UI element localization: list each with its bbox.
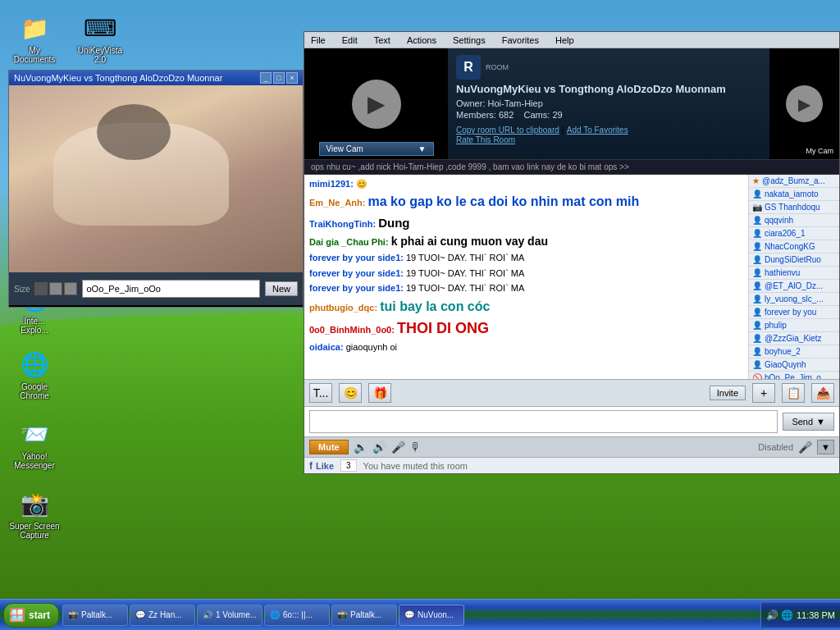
- unikeyvista-icon: ⌨: [84, 11, 116, 44]
- new-button[interactable]: New: [265, 281, 298, 296]
- start-button[interactable]: 🪟 start: [3, 603, 59, 628]
- chat-menubar: File Edit Text Actions Settings Favorite…: [304, 32, 839, 48]
- msg-text: Dung: [378, 216, 409, 230]
- list-item[interactable]: 👤 forever by you: [749, 306, 839, 319]
- menu-file[interactable]: File: [308, 35, 329, 45]
- volume-up-icon[interactable]: 🔊: [372, 441, 386, 454]
- user-icon: 👤: [752, 242, 762, 251]
- taskbar-item-web[interactable]: 🌐 6o::: ||...: [264, 605, 330, 626]
- menu-actions[interactable]: Actions: [404, 35, 440, 45]
- desktop-icon-unikeyvista[interactable]: ⌨ UniKeyVista2.0: [74, 8, 126, 67]
- list-item[interactable]: 👤 DungSiDietRuo: [749, 253, 839, 267]
- desktop-icon-yahoo[interactable]: 📨 Yahoo! Messenger: [8, 414, 61, 473]
- close-button[interactable]: ×: [286, 72, 298, 84]
- username: NhacCongKG: [765, 242, 815, 251]
- audio-bar: Mute 🔈 🔊 🎤 🎙 Disabled 🎤 ▼: [304, 436, 839, 457]
- view-cam-button[interactable]: View Cam ▼: [319, 142, 434, 156]
- desktop-icon-superscreen[interactable]: 📸 Super Screen Capture: [8, 484, 61, 543]
- view-cam-arrow: ▼: [418, 144, 427, 153]
- list-item[interactable]: 👤 nakata_iamoto: [749, 188, 839, 201]
- size-small-btn[interactable]: [34, 282, 48, 295]
- list-item[interactable]: 🚫 bOo_Pe_Jim_o: [749, 372, 839, 379]
- audio-mic2-icon[interactable]: 🎤: [798, 441, 812, 454]
- room-owner: Owner: Hoi-Tam-Hiep: [456, 98, 761, 108]
- taskbar-item-volume[interactable]: 🔊 1 Volume...: [197, 605, 262, 626]
- msg-user: oidaica:: [309, 342, 344, 352]
- mute-button[interactable]: Mute: [309, 440, 349, 454]
- minimize-button[interactable]: _: [260, 72, 272, 84]
- table-row: forever by your side1: 19 TUOI~ DAY. THI…: [309, 282, 743, 294]
- cam-play-button[interactable]: ▶: [352, 80, 401, 129]
- list-item[interactable]: 👤 ciara206_1: [749, 227, 839, 240]
- list-item[interactable]: 👤 @ZzzGia_Kietz: [749, 332, 839, 345]
- user-active-icon: ★: [752, 176, 760, 185]
- chat-messages[interactable]: mimi1291: 😊 Em_Ne_Anh: ma ko gap ko le c…: [304, 175, 749, 379]
- table-row: forever by your side1: 19 TUOI~ DAY. THI…: [309, 252, 743, 264]
- taskbar-item-paltalk2[interactable]: 📸 Paltalk...: [331, 605, 397, 626]
- audio-arrow-button[interactable]: ▼: [817, 440, 834, 454]
- size-label: Size: [14, 285, 30, 294]
- table-row: mimi1291: 😊: [309, 178, 743, 190]
- unikeyvista-label: UniKeyVista2.0: [74, 46, 126, 64]
- desktop-icon-chrome[interactable]: 🌐 Google Chrome: [8, 345, 61, 404]
- send-button[interactable]: Send ▼: [783, 413, 834, 431]
- emoji-button[interactable]: 😊: [339, 383, 362, 403]
- user-icon: 👤: [752, 308, 762, 317]
- gift-button[interactable]: 🎁: [368, 383, 391, 403]
- nick-input[interactable]: [82, 280, 260, 298]
- add-favorites-link[interactable]: Add To Favorites: [567, 126, 628, 135]
- room-links: Copy room URL to clipboard | Add To Favo…: [456, 125, 761, 144]
- msg-user: 0o0_BinhMinh_0o0:: [309, 325, 395, 335]
- list-item[interactable]: 👤 @ET_AlO_Dz...: [749, 280, 839, 293]
- desktop-icon-my-documents[interactable]: 📁 My Documents: [8, 8, 61, 67]
- msg-user: phutbugio_dqc:: [309, 303, 377, 313]
- chrome-icon: 🌐: [18, 348, 51, 381]
- emoji-icon: 😊: [344, 386, 358, 399]
- invite-button[interactable]: Invite: [710, 386, 746, 400]
- toolbar-extra-1[interactable]: +: [752, 383, 775, 403]
- chat-input[interactable]: [309, 410, 778, 433]
- maximize-button[interactable]: □: [273, 72, 285, 84]
- list-item[interactable]: 👤 phulip: [749, 319, 839, 332]
- facebook-like[interactable]: f Like: [309, 460, 334, 472]
- msg-user: Em_Ne_Anh:: [309, 198, 365, 208]
- mic-icon[interactable]: 🎤: [391, 441, 405, 454]
- size-large-btn[interactable]: [64, 282, 77, 295]
- small-window-bottom: Size New: [9, 272, 303, 305]
- volume-icon[interactable]: 🔈: [354, 441, 368, 454]
- taskbar-item-zzhan[interactable]: 💬 Zz Han...: [130, 605, 195, 626]
- list-item[interactable]: 👤 GiaoQuynh: [749, 358, 839, 372]
- list-item[interactable]: 👤 boyhue_2: [749, 345, 839, 358]
- menu-text[interactable]: Text: [371, 35, 394, 45]
- text-format-button[interactable]: T...: [309, 383, 332, 403]
- list-item[interactable]: 👤 NhacCongKG: [749, 240, 839, 253]
- username: @ET_AlO_Dz...: [765, 281, 823, 290]
- list-item[interactable]: 👤 qqqvinh: [749, 214, 839, 227]
- menu-help[interactable]: Help: [552, 35, 578, 45]
- msg-text: k phai ai cung muon vay dau: [391, 235, 548, 248]
- menu-settings[interactable]: Settings: [450, 35, 489, 45]
- toolbar-extra-3[interactable]: 📤: [811, 383, 834, 403]
- taskbar-item-nuvuong[interactable]: 💬 NuVuon...: [399, 605, 464, 626]
- table-row: Em_Ne_Anh: ma ko gap ko le ca doi ko nhi…: [309, 193, 743, 211]
- right-cam-play[interactable]: ▶: [786, 85, 823, 122]
- mic-off-icon[interactable]: 🎙: [410, 441, 422, 454]
- rate-room-link[interactable]: Rate This Room: [456, 135, 515, 144]
- menu-favorites[interactable]: Favorites: [499, 35, 542, 45]
- taskbar-item-paltalk1[interactable]: 📸 Paltalk...: [62, 605, 128, 626]
- copy-url-link[interactable]: Copy room URL to clipboard: [456, 126, 559, 135]
- list-item[interactable]: 👤 hathienvu: [749, 267, 839, 280]
- gift-icon: 🎁: [373, 386, 387, 399]
- msg-user: mimi1291:: [309, 179, 354, 189]
- list-item[interactable]: 👤 ly_vuong_slc_...: [749, 293, 839, 306]
- table-row: 0o0_BinhMinh_0o0: THOI DI ONG: [309, 318, 743, 339]
- msg-user: forever by your side1:: [309, 253, 404, 262]
- view-cam-label: View Cam: [326, 144, 363, 153]
- toolbar-extra-2[interactable]: 📋: [782, 383, 805, 403]
- size-medium-btn[interactable]: [49, 282, 62, 295]
- list-item[interactable]: ★ @adz_Bumz_a...: [749, 175, 839, 188]
- size-controls: [34, 282, 77, 295]
- menu-edit[interactable]: Edit: [339, 35, 361, 45]
- list-item[interactable]: 📷 GS Thanhdoqu: [749, 201, 839, 214]
- username: hathienvu: [765, 268, 800, 277]
